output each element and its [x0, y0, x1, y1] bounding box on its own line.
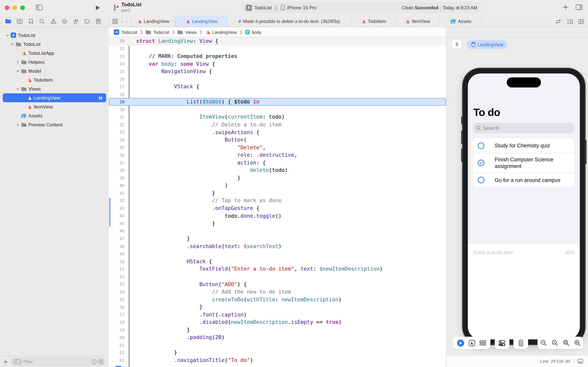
code-line[interactable]: 52: [109, 273, 446, 281]
debug-navigator-icon[interactable]: [72, 17, 80, 25]
code-line[interactable]: 44 todo.done.toggle(): [109, 212, 446, 220]
code-line[interactable]: 64: [109, 364, 446, 367]
line-number[interactable]: 51: [109, 267, 125, 271]
source-control-navigator-icon[interactable]: [15, 17, 24, 25]
code-line[interactable]: 30: [109, 106, 446, 113]
line-number[interactable]: 40: [109, 183, 125, 188]
add-button[interactable]: ADD: [565, 250, 574, 255]
todo-item-row[interactable]: Go for a run around campus: [473, 173, 574, 187]
run-button[interactable]: [95, 5, 100, 10]
code-line[interactable]: 24 var body: some View {: [109, 60, 446, 68]
code-line[interactable]: 45 }: [109, 220, 446, 227]
code-line[interactable]: 56 }: [109, 303, 446, 311]
code-line[interactable]: 50 HStack {: [109, 258, 446, 265]
line-number[interactable]: 47: [109, 236, 125, 241]
line-number[interactable]: 37: [109, 160, 125, 165]
code-line[interactable]: 39 }: [109, 174, 446, 182]
line-number[interactable]: 62: [109, 350, 125, 355]
line-number[interactable]: 33: [109, 130, 125, 135]
filter-input[interactable]: Filter: [11, 358, 106, 366]
line-number[interactable]: 31: [109, 115, 125, 119]
code-line[interactable]: 42 // Tap to mark as done: [109, 197, 446, 204]
line-number[interactable]: 46: [109, 229, 125, 234]
code-line[interactable]: 26: [109, 75, 446, 83]
sidebar-item-todolist[interactable]: ATodoList: [0, 31, 109, 40]
code-line[interactable]: 59 }: [109, 326, 446, 334]
reports-navigator-icon[interactable]: [94, 17, 103, 25]
line-number[interactable]: 10: [109, 39, 125, 43]
todo-checked-icon[interactable]: [478, 159, 490, 167]
line-number[interactable]: 28: [109, 92, 125, 97]
close-window-button[interactable]: [5, 5, 9, 10]
line-number[interactable]: 52: [109, 274, 125, 279]
pin-preview-button[interactable]: [452, 40, 462, 49]
navigator-toggle-icon[interactable]: [36, 5, 43, 10]
filter-flags-icon[interactable]: [98, 359, 103, 364]
line-number[interactable]: 25: [109, 69, 125, 74]
code-line[interactable]: 54 // Add the new to-do item: [109, 288, 446, 296]
device-bezel-icon[interactable]: [519, 340, 523, 346]
related-items-icon[interactable]: [112, 18, 118, 24]
zoom-window-button[interactable]: [20, 5, 25, 10]
line-number[interactable]: 56: [109, 305, 125, 309]
line-number[interactable]: 48: [109, 244, 125, 249]
editor-minimized-icon[interactable]: [578, 359, 583, 364]
breadcrumb-body[interactable]: Pbody: [245, 30, 261, 35]
code-line[interactable]: 49: [109, 250, 446, 258]
bookmarks-navigator-icon[interactable]: [26, 17, 35, 25]
todo-item-row[interactable]: Study for Chemisty quiz: [473, 138, 574, 153]
zoom-out-icon[interactable]: [540, 340, 546, 346]
sidebar-item-assets[interactable]: Assets: [0, 111, 109, 120]
line-number[interactable]: 23: [109, 54, 125, 59]
code-line[interactable]: 22: [109, 45, 446, 52]
editor-tab-made[interactable]: #Made it possible to delete a to-do item…: [228, 16, 351, 27]
sidebar-item-itemview[interactable]: ItemView: [0, 102, 109, 111]
line-number[interactable]: 50: [109, 259, 125, 264]
zoom-fit-icon[interactable]: [563, 340, 569, 346]
line-number[interactable]: 44: [109, 214, 125, 218]
device-settings-icon[interactable]: [499, 340, 505, 346]
sidebar-item-landingview[interactable]: LandingViewM: [3, 93, 106, 102]
library-plus-icon[interactable]: [563, 4, 569, 10]
swap-editor-icon[interactable]: [555, 19, 561, 24]
code-line[interactable]: 40 ): [109, 182, 446, 189]
line-number[interactable]: 39: [109, 175, 125, 180]
code-line[interactable]: 62 }: [109, 349, 446, 357]
breadcrumb-landingview[interactable]: LandingView: [205, 29, 237, 35]
tests-navigator-icon[interactable]: [60, 17, 69, 25]
line-number[interactable]: 60: [109, 335, 125, 340]
line-number[interactable]: 54: [109, 290, 125, 294]
code-line[interactable]: 33 .swipeActions {: [109, 128, 446, 136]
scheme-selector[interactable]: A TodoList ❯ iPhone 15 Pro: [246, 4, 317, 11]
sidebar-item-preview-content[interactable]: Preview Content: [0, 120, 109, 129]
sidebar-item-todolistapp[interactable]: TodoListApp: [0, 49, 109, 58]
code-line[interactable]: 63 .navigationTitle("To do"): [109, 357, 446, 364]
code-line[interactable]: 31 ItemView(currentItem: todo): [109, 113, 446, 121]
code-line[interactable]: 47 }: [109, 235, 446, 242]
disclosure-open-icon[interactable]: [15, 70, 20, 72]
line-number[interactable]: 43: [109, 206, 125, 211]
todo-item-row[interactable]: Finish Computer Science assignment: [473, 153, 574, 173]
line-number[interactable]: 32: [109, 123, 125, 127]
line-number[interactable]: 41: [109, 191, 125, 195]
sidebar-item-todoitem[interactable]: TodoItem: [0, 75, 109, 84]
editor-tab-todoitem[interactable]: TodoItem: [351, 16, 396, 27]
editor-tab-landingview[interactable]: LandingView: [175, 16, 228, 27]
code-line[interactable]: 57 .font(.caption): [109, 311, 446, 318]
line-number[interactable]: 38: [109, 168, 125, 173]
code-line[interactable]: 25 NavigationView {: [109, 68, 446, 75]
code-line[interactable]: 23 // MARK: Computed properties: [109, 52, 446, 60]
code-line[interactable]: 60 .padding(20): [109, 334, 446, 341]
app-search-field[interactable]: Search: [473, 123, 574, 133]
line-number[interactable]: 36: [109, 153, 125, 158]
line-number[interactable]: 45: [109, 221, 125, 226]
go-back-icon[interactable]: ‹: [121, 18, 123, 24]
sticky-code-line[interactable]: 10struct LandingView: View {: [109, 37, 446, 45]
source-editor[interactable]: 10struct LandingView: View {2223 // MARK…: [109, 37, 446, 367]
code-line[interactable]: 58 .disabled(newItemDescription.isEmpty …: [109, 318, 446, 326]
go-forward-icon[interactable]: ›: [126, 18, 127, 24]
disclosure-closed-icon[interactable]: [15, 60, 20, 64]
line-number[interactable]: 26: [109, 77, 125, 82]
todo-unchecked-icon[interactable]: [478, 142, 490, 149]
code-line[interactable]: 27 VStack {: [109, 83, 446, 91]
